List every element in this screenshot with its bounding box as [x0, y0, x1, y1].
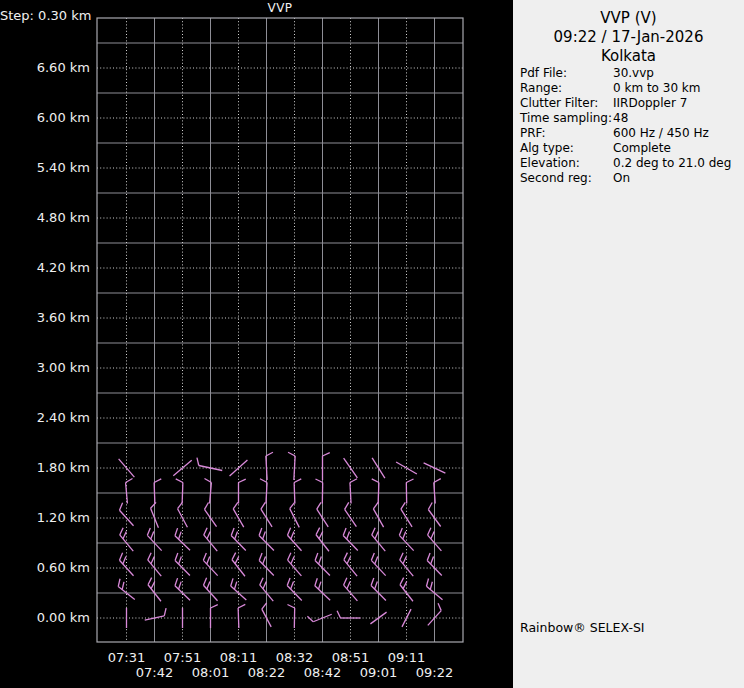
wind-barb-tick [375, 532, 378, 539]
wind-barb-shaft [402, 609, 411, 627]
wind-barb-tick [371, 553, 374, 560]
wind-barb-tick [122, 582, 124, 590]
wind-barb-tick [211, 605, 218, 608]
wind-barb-tick [318, 582, 320, 590]
wind-barb-tick [179, 557, 182, 565]
wind-barb-tick [323, 453, 330, 456]
x-axis-label: 09:22 [412, 665, 458, 680]
wind-barb-tick [207, 532, 210, 539]
x-axis-label: 07:51 [160, 650, 206, 665]
info-field-value: On [613, 171, 630, 186]
wind-barb-tick [176, 479, 183, 483]
info-panel: VVP (V) 09:22 / 17-Jan-2026 Kolkata Pdf … [513, 0, 744, 688]
wind-barb-shaft [344, 458, 358, 478]
panel-datetime: 09:22 / 17-Jan-2026 [513, 28, 744, 47]
wind-barb-shaft [378, 483, 379, 504]
wind-barb-tick [400, 553, 403, 560]
wind-barb-tick [151, 532, 154, 539]
wind-barb-tick [119, 553, 122, 560]
wind-barb-tick [207, 557, 210, 564]
wind-barb-tick [118, 579, 120, 587]
wind-barb-tick [287, 604, 294, 608]
x-axis-label: 07:42 [132, 665, 178, 680]
wind-barb-tick [179, 582, 182, 590]
y-axis-label: 4.80 km [0, 210, 90, 226]
wind-barb-tick [406, 479, 413, 483]
x-axis-label: 08:22 [244, 665, 290, 680]
info-field-value: 0 km to 30 km [613, 81, 701, 96]
x-axis-label: 08:42 [300, 665, 346, 680]
wind-barb-tick [148, 578, 152, 585]
info-field-value: 0.2 deg to 21.0 deg [613, 156, 731, 171]
info-field-value: 48 [613, 111, 628, 126]
plot-frame [97, 18, 463, 642]
wind-barb-tick [375, 557, 378, 564]
wind-barb-shaft [154, 483, 155, 504]
wind-barb-tick [438, 603, 441, 610]
wind-barb-tick [307, 616, 313, 621]
wind-barb-tick [235, 532, 238, 539]
wind-barb-tick [231, 528, 234, 535]
y-axis-label: 6.60 km [0, 60, 90, 76]
vvp-window: VVP Step: 0.30 km6.60 km6.00 km5.40 km4.… [0, 0, 744, 688]
wind-barb-tick [344, 553, 348, 560]
wind-barb-tick [287, 528, 290, 535]
wind-barb-shaft [119, 459, 135, 477]
wind-barb-tick [399, 528, 402, 535]
plot-region: VVP Step: 0.30 km6.60 km6.00 km5.40 km4.… [0, 0, 513, 688]
wind-barb-tick [204, 502, 208, 509]
y-axis-label: 1.20 km [0, 510, 90, 526]
panel-site: Kolkata [513, 47, 744, 66]
info-field-label: Elevation: [520, 156, 613, 171]
y-axis-label: 0.00 km [0, 610, 90, 626]
y-axis-label: 4.20 km [0, 260, 90, 276]
wind-barb-shaft [119, 510, 133, 526]
info-field-value: Complete [613, 141, 671, 156]
wind-barb-shaft [126, 483, 128, 504]
info-field-row: Alg type:Complete [520, 141, 740, 156]
info-field-row: PRF:600 Hz / 450 Hz [520, 126, 740, 141]
wind-barb-tick [260, 479, 267, 483]
wind-barb-tick [403, 532, 406, 539]
wind-barb-tick [373, 502, 378, 508]
wind-barb-tick [431, 557, 434, 564]
wind-barb-tick [262, 603, 267, 609]
wind-barb-tick [232, 553, 236, 560]
wind-barb-tick [401, 502, 405, 509]
info-field-value: 30.vvp [613, 66, 654, 81]
wind-barb-tick [372, 479, 379, 483]
y-axis-label: 0.60 km [0, 560, 90, 576]
wind-barb-tick [350, 479, 357, 483]
wind-barb-shaft [238, 608, 239, 628]
panel-footer: Rainbow® SELEX-SI [520, 620, 645, 635]
wind-barb-tick [427, 553, 430, 560]
y-axis-label: 1.80 km [0, 460, 90, 476]
info-field-row: Range:0 km to 30 km [520, 81, 740, 96]
wind-barb-tick [319, 557, 322, 565]
wind-barb-tick [147, 528, 150, 535]
wind-barb-tick [203, 553, 206, 560]
wind-barb-tick [263, 582, 266, 589]
wind-barb-tick [197, 458, 199, 466]
y-axis-step-label: Step: 0.30 km [0, 8, 90, 24]
panel-title: VVP (V) [513, 9, 744, 28]
wind-barb-tick [315, 578, 317, 586]
info-field-label: Alg type: [520, 141, 613, 156]
wind-barb-tick [428, 503, 432, 510]
wind-barb-tick [430, 582, 432, 590]
wind-barb-chart [0, 0, 513, 688]
plot-title: VVP [97, 1, 463, 15]
wind-barb-tick [371, 578, 374, 586]
info-field-label: Clutter Filter: [520, 96, 613, 111]
wind-barb-tick [233, 502, 238, 509]
wind-barb-tick [260, 578, 263, 585]
info-field-label: Time sampling: [520, 111, 613, 126]
wind-barb-tick [287, 578, 290, 585]
wind-barb-tick [291, 582, 294, 589]
wind-barb-tick [403, 557, 406, 564]
wind-barb-tick [315, 479, 322, 483]
wind-barb-tick [294, 479, 301, 483]
wind-barb-tick [347, 532, 350, 539]
wind-barb-tick [154, 479, 161, 483]
y-axis-label: 3.00 km [0, 360, 90, 376]
